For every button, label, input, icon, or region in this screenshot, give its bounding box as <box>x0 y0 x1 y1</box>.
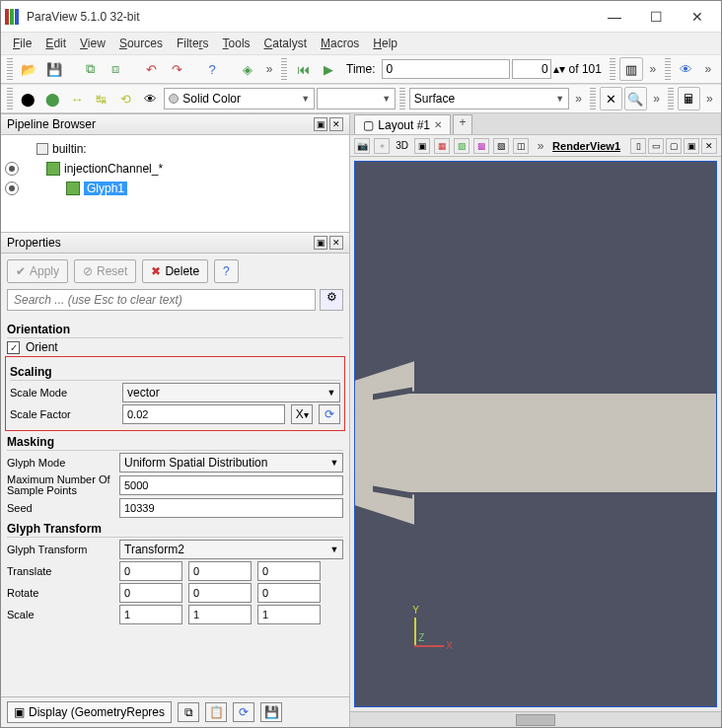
toolbar-overflow[interactable]: » <box>700 62 716 76</box>
maximize-button[interactable]: ☐ <box>636 3 676 31</box>
color-by-icon[interactable]: ⬤ <box>17 87 39 110</box>
paste-button[interactable]: 📋 <box>205 702 227 722</box>
menu-macros[interactable]: Macros <box>315 35 365 52</box>
select-frustum-icon[interactable]: ▨ <box>454 138 469 154</box>
help-button[interactable]: ? <box>214 259 239 283</box>
horizontal-scrollbar[interactable] <box>350 711 721 727</box>
menu-tools[interactable]: Tools <box>217 35 256 52</box>
reset-button[interactable]: ⊘Reset <box>74 259 136 283</box>
menu-view[interactable]: View <box>74 35 111 52</box>
select-points-icon[interactable]: ▣ <box>414 138 430 154</box>
time-input[interactable] <box>382 59 510 79</box>
representation-combo[interactable]: Surface ▼ <box>409 88 569 109</box>
menu-edit[interactable]: Edit <box>39 35 72 52</box>
snapshot-icon[interactable]: 📷 <box>354 138 370 154</box>
calculator-icon[interactable]: 🖩 <box>678 87 700 110</box>
render-view-label[interactable]: RenderView1 <box>552 140 620 152</box>
frame-spinner[interactable] <box>512 59 551 79</box>
plugin-icon[interactable]: ◈ <box>236 57 259 81</box>
eye-link-icon[interactable]: 👁 <box>675 57 698 81</box>
menu-file[interactable]: File <box>7 35 37 52</box>
menu-catalyst[interactable]: Catalyst <box>258 35 313 52</box>
rotate-z[interactable] <box>257 583 321 603</box>
connect-icon[interactable]: ⧉ <box>78 57 102 81</box>
copy-button[interactable]: ⧉ <box>178 702 199 722</box>
scale-mode-select[interactable]: vector▼ <box>122 383 340 402</box>
toolbar-overflow[interactable]: » <box>645 62 661 76</box>
first-frame-icon[interactable]: ⏮ <box>291 57 315 81</box>
show-colorbar-icon[interactable]: 👁 <box>139 87 162 110</box>
scale-y[interactable] <box>188 605 252 624</box>
close-panel-button[interactable]: ✕ <box>329 117 343 131</box>
split-v-icon[interactable]: ▭ <box>648 138 664 154</box>
toolbar-grip[interactable] <box>399 88 405 109</box>
scale-factor-input[interactable] <box>122 404 285 424</box>
restore-view-icon[interactable]: ▣ <box>684 138 699 154</box>
toolbar-overflow[interactable]: » <box>702 92 717 106</box>
view-settings-icon[interactable]: ▥ <box>619 57 643 81</box>
toolbar-overflow[interactable]: » <box>261 62 277 76</box>
glyph-transform-select[interactable]: Transform2▼ <box>119 540 343 559</box>
toolbar-grip[interactable] <box>668 88 674 109</box>
menu-filters[interactable]: Filters <box>171 35 215 52</box>
link-camera-icon[interactable]: ⌖ <box>374 138 390 154</box>
reload-button[interactable]: ⟳ <box>233 702 254 722</box>
toolbar-grip[interactable] <box>590 88 596 109</box>
toolbar-grip[interactable] <box>281 58 287 80</box>
axis-button[interactable]: X▾ <box>291 404 313 424</box>
reset-camera-icon[interactable]: ✕ <box>600 87 622 110</box>
rotate-y[interactable] <box>188 583 252 603</box>
color-array-combo[interactable]: Solid Color ▼ <box>164 88 315 109</box>
select-block-icon[interactable]: ▩ <box>473 138 489 154</box>
glyph-mode-select[interactable]: Uniform Spatial Distribution▼ <box>119 453 343 473</box>
custom-range-icon[interactable]: ↔ <box>66 87 89 110</box>
orient-checkbox[interactable]: ✓ <box>7 341 20 354</box>
scale-x[interactable] <box>119 605 182 624</box>
search-input[interactable] <box>7 289 316 311</box>
seed-input[interactable] <box>119 498 343 518</box>
close-button[interactable]: ✕ <box>678 3 717 31</box>
redo-icon[interactable]: ↷ <box>165 57 188 81</box>
pipeline-item[interactable]: injectionChannel_* <box>64 162 163 176</box>
rotate-x[interactable] <box>119 583 182 603</box>
visibility-eye-icon[interactable] <box>5 182 19 195</box>
display-section-button[interactable]: ▣ Display (GeometryRepres <box>7 701 172 723</box>
save-state-icon[interactable]: 💾 <box>42 57 66 81</box>
layout-tab[interactable]: ▢ Layout #1 ✕ <box>354 114 451 134</box>
pipeline-root[interactable]: builtin: <box>52 142 87 156</box>
toolbar-grip[interactable] <box>7 88 13 109</box>
close-panel-button[interactable]: ✕ <box>329 236 343 250</box>
scroll-thumb[interactable] <box>516 714 555 726</box>
translate-z[interactable] <box>257 561 321 581</box>
interaction-mode[interactable]: 3D <box>396 140 408 151</box>
translate-x[interactable] <box>119 561 182 581</box>
advanced-toggle-button[interactable]: ⚙ <box>320 289 343 311</box>
help-icon[interactable]: ? <box>200 57 224 81</box>
close-tab-icon[interactable]: ✕ <box>434 119 442 130</box>
component-combo[interactable]: ▼ <box>317 88 396 109</box>
undo-icon[interactable]: ↶ <box>139 57 163 81</box>
toolbar-grip[interactable] <box>7 58 13 80</box>
menu-help[interactable]: Help <box>367 35 403 52</box>
max-points-input[interactable] <box>119 475 343 495</box>
rescale-visible-icon[interactable]: ⟲ <box>114 87 137 110</box>
deselect-icon[interactable]: ▧ <box>493 138 509 154</box>
apply-button[interactable]: ✔Apply <box>7 259 68 283</box>
hover-icon[interactable]: ◫ <box>513 138 529 154</box>
render-view[interactable]: Y X Z <box>354 161 717 707</box>
select-cells-icon[interactable]: ▦ <box>434 138 450 154</box>
undock-button[interactable]: ▣ <box>314 117 327 131</box>
pipeline-tree[interactable]: builtin: injectionChannel_* Glyph1 <box>1 135 349 232</box>
toolbar-grip[interactable] <box>610 58 615 80</box>
close-view-icon[interactable]: ✕ <box>701 138 717 154</box>
save-button[interactable]: 💾 <box>260 702 282 722</box>
translate-y[interactable] <box>188 561 252 581</box>
pipeline-item-selected[interactable]: Glyph1 <box>84 182 127 195</box>
undock-button[interactable]: ▣ <box>314 236 327 250</box>
disconnect-icon[interactable]: ⧈ <box>104 57 127 81</box>
maximize-view-icon[interactable]: ▢ <box>666 138 682 154</box>
scale-z[interactable] <box>257 605 321 624</box>
delete-button[interactable]: ✖Delete <box>142 259 208 283</box>
toolbar-overflow[interactable]: » <box>649 92 664 106</box>
rescale-custom-icon[interactable]: ↹ <box>91 87 113 110</box>
